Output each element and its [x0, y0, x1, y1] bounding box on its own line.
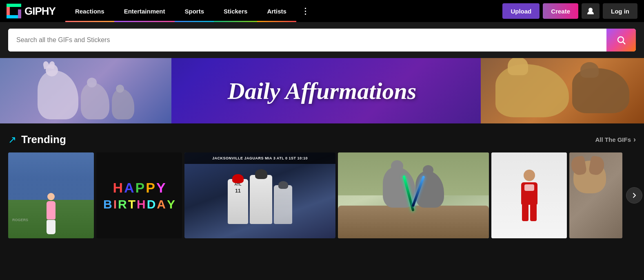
search-container	[8, 29, 636, 52]
gif-item-football[interactable]: JACKSONVILLE JAGUARS MIA 3 ATL 0 1ST 10:…	[184, 152, 335, 238]
svg-rect-2	[18, 9, 21, 18]
gif-grid: ROGERS H A P P Y B I R T H D	[8, 152, 636, 238]
svg-point-5	[618, 37, 624, 43]
trending-title-area: ↗ Trending	[8, 133, 66, 146]
search-button[interactable]	[606, 29, 636, 52]
nav-item-artists[interactable]: Artists	[257, 0, 296, 22]
nav-item-reactions[interactable]: Reactions	[65, 0, 114, 22]
search-icon	[616, 35, 626, 45]
header-right: Upload Create Log in	[502, 3, 637, 19]
login-button[interactable]: Log in	[603, 3, 637, 19]
gif-item-soccer[interactable]	[491, 152, 567, 238]
all-gifs-link[interactable]: All The GIFs ›	[595, 135, 636, 144]
nav-item-entertainment[interactable]: Entertainment	[114, 0, 175, 22]
svg-rect-1	[7, 4, 21, 7]
user-icon	[586, 7, 595, 15]
banner-title: Daily Affurmations	[228, 77, 416, 105]
nav-item-stickers[interactable]: Stickers	[214, 0, 257, 22]
nav-item-sports[interactable]: Sports	[175, 0, 214, 22]
trending-section: ↗ Trending All The GIFs › ROG	[0, 123, 644, 245]
user-icon-button[interactable]	[582, 3, 600, 19]
next-arrow-button[interactable]	[626, 187, 642, 204]
gif-item-tennis[interactable]: ROGERS	[8, 152, 94, 238]
search-bar	[0, 22, 644, 58]
gif-item-birthday[interactable]: H A P P Y B I R T H D A Y	[96, 152, 182, 238]
svg-rect-3	[7, 15, 18, 18]
giphy-logo-icon	[7, 4, 21, 18]
banner[interactable]: Daily Affurmations	[0, 58, 644, 123]
banner-left-dogs	[0, 58, 171, 123]
trending-header: ↗ Trending All The GIFs ›	[8, 133, 636, 146]
create-button[interactable]: Create	[543, 3, 578, 19]
nav-more-button[interactable]: ⋮	[296, 0, 314, 22]
logo-area[interactable]: GIPHY	[7, 4, 56, 18]
svg-line-6	[623, 42, 626, 45]
trending-icon: ↗	[8, 134, 16, 146]
gif-item-cats[interactable]	[338, 152, 489, 238]
logo-text: GIPHY	[24, 5, 56, 18]
main-nav: Reactions Entertainment Sports Stickers …	[65, 0, 500, 22]
upload-button[interactable]: Upload	[502, 3, 540, 19]
chevron-right-icon	[631, 192, 637, 199]
search-input[interactable]	[8, 29, 606, 52]
header: GIPHY Reactions Entertainment Sports Sti…	[0, 0, 644, 22]
banner-right-dogs	[481, 58, 644, 123]
trending-title: Trending	[21, 133, 66, 146]
gif-item-dog[interactable]	[569, 152, 622, 238]
